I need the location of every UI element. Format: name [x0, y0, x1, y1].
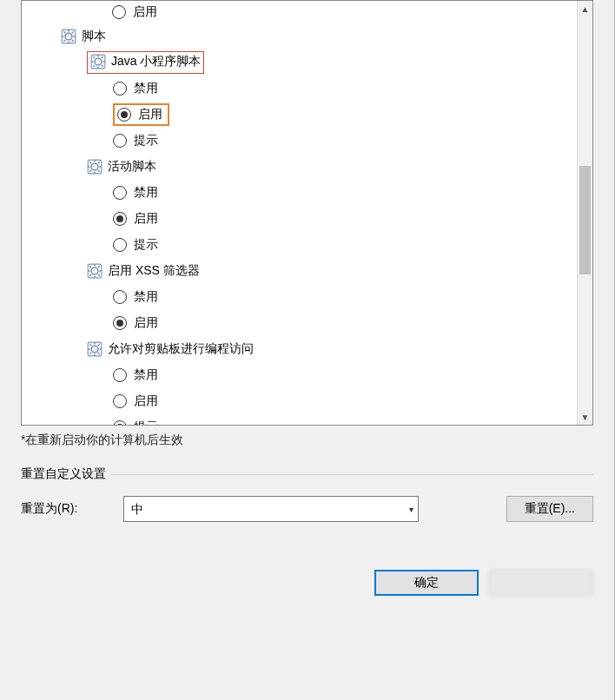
option-label: 提示: [134, 133, 158, 149]
option-label: 提示: [134, 237, 158, 253]
settings-tree: 启用 脚本 Java 小程序脚本 禁用 启用: [22, 1, 592, 426]
radio-checked-icon: [113, 212, 127, 226]
java-applet-enable[interactable]: 启用: [22, 102, 592, 128]
clipboard-enable[interactable]: 启用: [22, 388, 592, 414]
header-label: 允许对剪贴板进行编程访问: [108, 341, 254, 357]
radio-checked-icon: [117, 108, 131, 122]
cancel-button[interactable]: [489, 570, 593, 596]
option-label: 启用: [134, 315, 158, 331]
xss-filter-disable[interactable]: 禁用: [22, 284, 592, 310]
header-label: 活动脚本: [108, 159, 156, 175]
active-script-header: 活动脚本: [22, 154, 592, 180]
clipboard-prompt[interactable]: 提示: [22, 414, 592, 426]
reset-legend: 重置自定义设置: [21, 466, 111, 482]
option-label: 启用: [138, 107, 162, 122]
security-settings-dialog: 启用 脚本 Java 小程序脚本 禁用 启用: [0, 0, 615, 700]
radio-icon: [113, 368, 127, 382]
restart-footnote: *在重新启动你的计算机后生效: [21, 433, 593, 448]
xss-filter-header: 启用 XSS 筛选器: [22, 258, 592, 284]
section-script: 脚本: [22, 23, 592, 50]
section-label: 脚本: [82, 29, 106, 44]
radio-icon: [113, 290, 127, 304]
option-label: 启用: [133, 4, 157, 20]
header-label: 启用 XSS 筛选器: [108, 263, 200, 279]
reset-button[interactable]: 重置(E)...: [506, 496, 593, 522]
xss-filter-enable[interactable]: 启用: [22, 310, 592, 336]
option-label: 启用: [134, 393, 158, 409]
gear-icon: [87, 341, 102, 357]
gear-icon: [61, 29, 76, 44]
option-label: 启用: [134, 211, 158, 227]
clipboard-access-header: 允许对剪贴板进行编程访问: [22, 336, 592, 362]
scroll-up-icon[interactable]: ▲: [578, 1, 592, 17]
java-applet-script-header: Java 小程序脚本: [22, 50, 592, 76]
java-applet-prompt[interactable]: 提示: [22, 128, 592, 154]
header-label: Java 小程序脚本: [111, 54, 201, 69]
active-script-prompt[interactable]: 提示: [22, 232, 592, 258]
java-applet-disable[interactable]: 禁用: [22, 76, 592, 102]
option-row[interactable]: 启用: [22, 1, 592, 23]
radio-icon: [113, 82, 127, 96]
option-label: 禁用: [134, 185, 158, 201]
active-script-disable[interactable]: 禁用: [22, 180, 592, 206]
gear-icon: [87, 159, 102, 175]
option-label: 提示: [134, 419, 158, 426]
radio-checked-icon: [113, 420, 127, 426]
scrollbar[interactable]: ▲ ▼: [577, 1, 592, 425]
option-label: 禁用: [134, 289, 158, 305]
option-label: 禁用: [134, 81, 158, 96]
ok-button[interactable]: 确定: [374, 570, 479, 596]
reset-label: 重置为(R):: [21, 501, 108, 517]
scroll-down-icon[interactable]: ▼: [578, 409, 592, 425]
radio-checked-icon: [113, 316, 127, 330]
option-label: 禁用: [134, 367, 158, 383]
radio-icon: [113, 134, 127, 148]
reset-level-select[interactable]: 中: [123, 496, 419, 522]
scroll-thumb[interactable]: [579, 166, 591, 274]
settings-tree-panel: 启用 脚本 Java 小程序脚本 禁用 启用: [21, 0, 593, 426]
gear-icon: [87, 263, 102, 279]
clipboard-disable[interactable]: 禁用: [22, 362, 592, 388]
radio-icon: [113, 394, 127, 408]
reset-fieldset: 重置自定义设置 重置为(R): 中 ▾ 重置(E)...: [21, 474, 593, 522]
active-script-enable[interactable]: 启用: [22, 206, 592, 232]
radio-icon: [113, 238, 127, 252]
dialog-buttons-row: 确定: [21, 570, 593, 596]
gear-icon: [90, 54, 106, 69]
radio-icon: [113, 186, 127, 200]
radio-icon: [112, 5, 126, 19]
